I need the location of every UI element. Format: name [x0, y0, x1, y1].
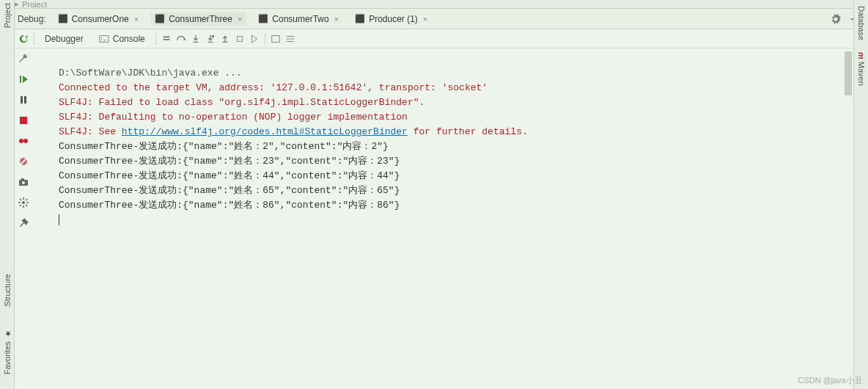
structure-tool[interactable]: Structure [3, 274, 12, 307]
trace-icon[interactable] [284, 33, 296, 45]
favorites-tool[interactable]: Favorites ★ [2, 329, 12, 374]
pause-icon[interactable] [18, 94, 29, 106]
close-icon[interactable]: × [134, 15, 139, 23]
svg-rect-2 [163, 36, 169, 37]
svg-rect-1 [100, 35, 108, 42]
svg-rect-16 [21, 178, 24, 181]
debug-label: Debug: [18, 14, 46, 24]
console-line: ConsumerThree-发送成功:{"name":"姓名：23","cont… [59, 156, 400, 167]
right-tool-rail: Database m Maven [853, 0, 868, 389]
console-line: ConsumerThree-发送成功:{"name":"姓名：2","conte… [59, 141, 389, 152]
debug-toolbar: Debugger Console [0, 29, 868, 48]
editor-tab[interactable]: ▸ Project [15, 0, 47, 9]
maven-tool[interactable]: m Maven [857, 52, 866, 86]
drop-frame-icon[interactable] [234, 33, 246, 45]
svg-point-4 [212, 34, 215, 37]
console-line: ConsumerThree-发送成功:{"name":"姓名：86","cont… [59, 200, 400, 211]
step-over-icon[interactable] [175, 33, 187, 45]
run-config-tab[interactable]: ⬛ConsumerTwo× [254, 12, 343, 26]
view-breakpoints-icon[interactable] [18, 135, 29, 147]
svg-point-10 [19, 139, 23, 143]
mute-breakpoints-icon[interactable] [18, 156, 29, 167]
console-output[interactable]: D:\SoftWare\JDK\bin\java.exe ... Connect… [59, 51, 850, 382]
console-line: ConsumerThree-发送成功:{"name":"姓名：65","cont… [59, 185, 400, 196]
gear-icon[interactable] [830, 13, 842, 25]
debugger-tab[interactable]: Debugger [39, 32, 89, 46]
svg-rect-3 [163, 39, 169, 40]
svg-rect-6 [20, 76, 21, 83]
scrollbar-thumb[interactable] [845, 51, 852, 95]
svg-point-15 [22, 181, 25, 184]
step-icon[interactable] [161, 33, 172, 45]
svg-point-11 [23, 139, 28, 143]
left-tool-rail: Project Structure Favorites ★ [0, 0, 15, 389]
run-config-tab[interactable]: ⬛Producer (1)× [350, 12, 432, 26]
console-line: ConsumerThree-发送成功:{"name":"姓名：44","cont… [59, 170, 400, 181]
watermark: CSDN @java小丑 [798, 375, 862, 386]
debug-header: Debug: ⬛ConsumerOne× ⬛ConsumerThree× ⬛Co… [0, 9, 868, 29]
slf4j-link[interactable]: http://www.slf4j.org/codes.html#StaticLo… [122, 126, 408, 137]
svg-rect-7 [21, 96, 23, 103]
rerun-icon[interactable] [18, 33, 29, 45]
wrench-icon[interactable] [18, 53, 29, 65]
editor-tabs: ▸ Project [0, 0, 868, 9]
cursor [59, 214, 59, 225]
run-to-cursor-icon[interactable] [249, 33, 260, 45]
console-icon [98, 33, 110, 45]
action-gutter [15, 48, 32, 389]
close-icon[interactable]: × [423, 15, 427, 23]
svg-point-17 [22, 201, 25, 204]
console-line: Connected to the target VM, address: '12… [59, 82, 488, 93]
console-tab[interactable]: Console [92, 32, 151, 46]
console-line: SLF4J: Failed to load class "org.slf4j.i… [59, 97, 424, 108]
console-line: SLF4J: Defaulting to no-operation (NOP) … [59, 112, 408, 123]
console-line: SLF4J: See http://www.slf4j.org/codes.ht… [59, 126, 528, 137]
pin-icon[interactable] [18, 217, 29, 229]
run-config-tab[interactable]: ⬛ConsumerThree× [150, 12, 246, 26]
svg-rect-5 [272, 35, 280, 42]
resume-icon[interactable] [18, 73, 29, 85]
database-tool[interactable]: Database [857, 6, 866, 40]
close-icon[interactable]: × [334, 15, 339, 23]
settings-icon[interactable] [18, 197, 29, 208]
evaluate-icon[interactable] [270, 33, 282, 45]
svg-rect-8 [24, 96, 26, 103]
project-tool[interactable]: Project [3, 3, 12, 28]
run-config-tab[interactable]: ⬛ConsumerOne× [54, 12, 143, 26]
step-out-icon[interactable] [219, 33, 231, 45]
stop-icon[interactable] [18, 114, 29, 126]
console-line: D:\SoftWare\JDK\bin\java.exe ... [59, 68, 242, 79]
step-into-icon[interactable] [190, 33, 202, 45]
camera-icon[interactable] [18, 176, 29, 188]
force-step-icon[interactable] [205, 33, 216, 45]
console-gutter [32, 48, 54, 159]
svg-rect-9 [20, 117, 27, 124]
close-icon[interactable]: × [238, 15, 242, 23]
